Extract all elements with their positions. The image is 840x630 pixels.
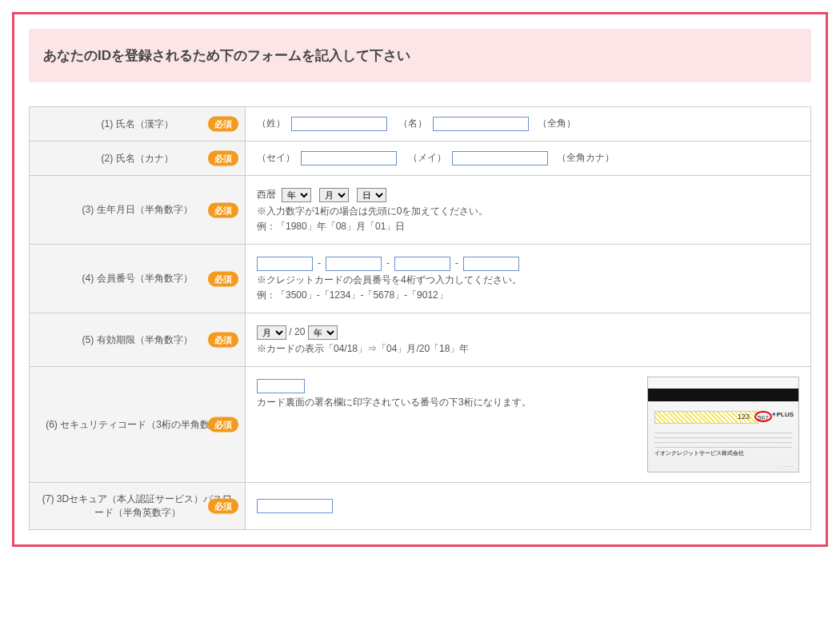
page-title: あなたのIDを登録されるため下のフォームを記入して下さい [43, 46, 797, 65]
registration-form-table: (1) 氏名（漢字） 必須 （姓） （名） （全角） (2) 氏名（カナ） 必須… [29, 106, 811, 530]
dash-text: - [386, 257, 390, 269]
card-sample-number: 123 [738, 413, 750, 421]
required-badge: 必須 [208, 333, 238, 348]
surname-kana-input[interactable] [301, 151, 397, 165]
card-magstripe-icon [648, 389, 798, 401]
row-3dsecure: (7) 3Dセキュア（本人認証サービス）パスワード（半角英数字） 必須 [30, 483, 811, 530]
member-no-hint-2: 例：「3500」-「1234」-「5678」-「9012」 [257, 288, 799, 303]
dash-text: - [318, 257, 321, 269]
label-name-kanji: (1) 氏名（漢字） [102, 118, 174, 131]
row-expiry: (5) 有効期限（半角数字） 必須 月 / 20 年 ※カードの表示「04/18… [30, 313, 811, 367]
label-3dsecure: (7) 3Dセキュア（本人認証サービス）パスワード（半角英数字） [38, 492, 237, 520]
birth-hint-2: 例：「1980」年「08」月「01」日 [257, 219, 799, 234]
name-kana-note: （全角カナ） [557, 152, 614, 163]
card-no-1-input[interactable] [257, 257, 313, 271]
required-badge: 必須 [208, 417, 238, 433]
card-no-4-input[interactable] [463, 257, 519, 271]
required-badge: 必須 [208, 202, 238, 217]
card-no-2-input[interactable] [326, 257, 382, 271]
given-name-kana-input[interactable] [452, 151, 548, 165]
birth-year-select[interactable]: 年 [282, 188, 311, 202]
required-badge: 必須 [208, 117, 238, 132]
expiry-month-select[interactable]: 月 [257, 325, 286, 340]
expiry-hint: ※カードの表示「04/18」⇒「04」月/20「18」年 [257, 341, 799, 357]
member-no-hint-1: ※クレジットカードの会員番号を4桁ずつ入力してください。 [257, 273, 799, 288]
form-frame: あなたのIDを登録されるため下のフォームを記入して下さい (1) 氏名（漢字） … [12, 12, 828, 547]
expiry-year-select[interactable]: 年 [308, 325, 338, 340]
name-kanji-note: （全角） [538, 118, 576, 129]
label-expiry: (5) 有効期限（半角数字） [82, 333, 193, 347]
label-name-kana: (2) 氏名（カナ） [102, 152, 174, 165]
card-brand-text: イオンクレジットサービス株式会社 [654, 449, 744, 457]
card-back-illustration: 123 567 ✦PLUS イオンクレジットサービス株式会社 ·········… [647, 377, 799, 472]
row-birth: (3) 生年月日（半角数字） 必須 西暦 年 月 日 ※入力数字が1桁の場合は先… [30, 176, 811, 245]
required-badge: 必須 [208, 271, 238, 286]
given-name-label: （名） [398, 118, 427, 129]
header-banner: あなたのIDを登録されるため下のフォームを記入して下さい [29, 29, 811, 82]
3dsecure-password-input[interactable] [257, 499, 333, 513]
given-name-kana-label: （メイ） [408, 152, 446, 163]
card-plus-logo-icon: ✦PLUS [771, 411, 794, 418]
row-name-kana: (2) 氏名（カナ） 必須 （セイ） （メイ） （全角カナ） [30, 142, 811, 176]
row-cvv: (6) セキュリティコード（3桁の半角数字） 必須 123 567 ✦PLUS … [30, 367, 811, 483]
birth-hint-1: ※入力数字が1桁の場合は先頭に0を加えてください。 [257, 204, 799, 219]
birth-day-select[interactable]: 日 [357, 188, 386, 202]
surname-kanji-input[interactable] [291, 117, 387, 131]
label-member-no: (4) 会員番号（半角数字） [82, 272, 193, 285]
cvv-input[interactable] [257, 379, 305, 393]
surname-label: （姓） [257, 118, 286, 129]
slash-20-label: / 20 [289, 326, 305, 337]
card-no-3-input[interactable] [394, 257, 450, 271]
row-name-kanji: (1) 氏名（漢字） 必須 （姓） （名） （全角） [30, 107, 811, 142]
seireki-label: 西暦 [257, 189, 276, 200]
surname-kana-label: （セイ） [257, 152, 295, 163]
dash-text: - [455, 257, 458, 269]
label-birth: (3) 生年月日（半角数字） [82, 203, 193, 217]
birth-month-select[interactable]: 月 [319, 188, 349, 202]
required-badge: 必須 [208, 151, 238, 166]
card-cvv-circle-icon: 567 [754, 411, 772, 422]
label-cvv: (6) セキュリティコード（3桁の半角数字） [46, 418, 229, 432]
given-name-kanji-input[interactable] [433, 117, 529, 131]
row-member-no: (4) 会員番号（半角数字） 必須 --- ※クレジットカードの会員番号を4桁ず… [30, 245, 811, 313]
card-footer-text: ············ [778, 464, 794, 469]
required-badge: 必須 [208, 499, 238, 514]
